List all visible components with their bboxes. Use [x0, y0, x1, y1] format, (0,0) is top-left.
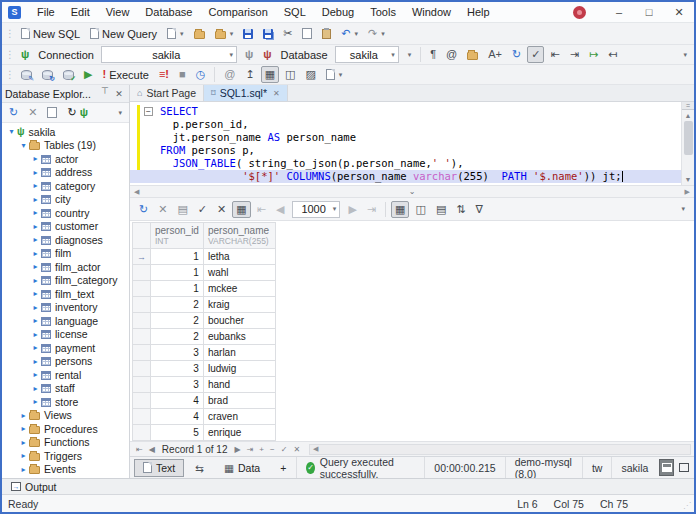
explorer-overflow-button[interactable]: ▾ — [113, 104, 126, 121]
tree-item-license[interactable]: ▸license — [2, 328, 129, 342]
edit-connection-button[interactable] — [17, 66, 36, 83]
filter-button[interactable]: ∇ — [472, 201, 487, 218]
close-button[interactable]: ✕ — [664, 3, 694, 22]
card-view-button[interactable]: ◫ — [411, 201, 429, 218]
expand-icon[interactable]: ▸ — [30, 195, 41, 204]
current-row-indicator[interactable]: → — [133, 249, 151, 265]
cell-person-name[interactable]: letha — [203, 249, 275, 265]
results-refresh-button[interactable]: ↻ — [135, 201, 152, 218]
swap-views-button[interactable]: ⇆ — [186, 459, 213, 477]
editor-vertical-scrollbar[interactable]: = ▲ ▼ — [681, 102, 694, 185]
expand-icon[interactable]: ▸ — [30, 181, 41, 190]
menu-tools[interactable]: Tools — [362, 4, 404, 20]
scroll-left-icon[interactable]: ◀ — [130, 188, 143, 196]
split-none-button[interactable] — [676, 459, 691, 476]
row-gutter[interactable] — [133, 393, 151, 409]
row-gutter[interactable] — [133, 265, 151, 281]
comment-lines-button[interactable]: ↦ — [585, 46, 602, 63]
paging-toggle-button[interactable]: ▦ — [232, 201, 250, 218]
cell-person-name[interactable]: brad — [203, 393, 275, 409]
grid-corner[interactable] — [133, 223, 151, 249]
table-row[interactable]: 3ludwig — [133, 361, 276, 377]
grid-horizontal-scrollbar[interactable]: ◀ — [309, 444, 691, 455]
cell-person-name[interactable]: harlan — [203, 345, 275, 361]
expand-icon[interactable]: ▸ — [30, 235, 41, 244]
run-button[interactable]: ▶ — [80, 66, 96, 83]
table-row[interactable]: 2boucher — [133, 313, 276, 329]
tree-item-film[interactable]: ▸film — [2, 247, 129, 261]
cut-button[interactable]: ✂ — [279, 25, 296, 42]
row-gutter[interactable] — [133, 409, 151, 425]
menu-edit[interactable]: Edit — [63, 4, 98, 20]
panel-pin-button[interactable] — [98, 88, 112, 100]
cell-person-id[interactable]: 5 — [151, 425, 204, 441]
expand-icon[interactable]: ▸ — [18, 411, 29, 420]
expand-icon[interactable]: ▸ — [30, 262, 41, 271]
query-builder-button[interactable]: ◫ — [281, 66, 299, 83]
expand-icon[interactable]: ▸ — [30, 330, 41, 339]
resize-grip-icon[interactable]: ⋰ — [683, 501, 691, 510]
table-row[interactable]: →1letha — [133, 249, 276, 265]
expand-icon[interactable]: ▸ — [30, 316, 41, 325]
tab-data[interactable]: ▦ Data — [215, 459, 269, 477]
to-uppercase-button[interactable]: A+ — [484, 46, 506, 63]
code-line-3[interactable]: jt.person_name AS person_name — [130, 131, 681, 144]
database-dropdown-button[interactable]: ▾ — [403, 46, 416, 63]
tree-item-store[interactable]: ▸store — [2, 395, 129, 409]
new-document-button[interactable]: ▾ — [163, 25, 188, 42]
cell-person-id[interactable]: 3 — [151, 361, 204, 377]
expand-icon[interactable]: ▸ — [30, 370, 41, 379]
expand-icon[interactable]: ▸ — [30, 208, 41, 217]
tree-item-views[interactable]: ▸Views — [2, 409, 129, 423]
results-grid[interactable]: person_idINTperson_nameVARCHAR(255)→1let… — [132, 222, 276, 441]
row-gutter[interactable] — [133, 313, 151, 329]
collapse-icon[interactable]: ▾ — [18, 141, 29, 150]
connection-select[interactable]: sakila▾ — [101, 46, 237, 63]
record-commit-button[interactable]: ✓ — [278, 445, 291, 454]
open-recent-button[interactable]: ▾ — [211, 25, 238, 42]
cell-person-id[interactable]: 2 — [151, 297, 204, 313]
table-row[interactable]: 2kraig — [133, 297, 276, 313]
record-prev-button[interactable]: ◀ — [146, 445, 158, 454]
code-line-2[interactable]: p.person_id, — [130, 118, 681, 131]
new-sql-button[interactable]: New SQL — [17, 25, 84, 42]
uncomment-lines-button[interactable]: ↤ — [604, 46, 621, 63]
cell-person-id[interactable]: 4 — [151, 409, 204, 425]
code-line-1[interactable]: SELECT — [130, 105, 681, 118]
new-query-button[interactable]: New Query — [86, 25, 161, 42]
explorer-duplicate-button[interactable] — [43, 104, 61, 121]
redo-button[interactable]: ↷▾ — [364, 25, 389, 42]
tree-item-language[interactable]: ▸language — [2, 314, 129, 328]
cell-person-id[interactable]: 1 — [151, 249, 204, 265]
cell-person-name[interactable]: eubanks — [203, 329, 275, 345]
explorer-delete-button[interactable]: ✕ — [24, 104, 41, 121]
page-last-button[interactable]: ⇥ — [363, 201, 380, 218]
tree-item-inventory[interactable]: ▸inventory — [2, 301, 129, 315]
cell-person-name[interactable]: wahl — [203, 265, 275, 281]
results-overflow-button[interactable]: ▾ — [676, 201, 689, 218]
copy-button[interactable] — [298, 25, 316, 42]
tab-start-page[interactable]: ⌂Start Page — [130, 85, 204, 101]
tree-item-tables-19-[interactable]: ▾Tables (19) — [2, 139, 129, 153]
fold-toggle[interactable]: − — [144, 107, 153, 116]
page-prev-button[interactable]: ◀ — [272, 201, 288, 218]
query-history-button[interactable]: ◷ — [192, 66, 210, 83]
undo-button[interactable]: ↶▾ — [337, 25, 362, 42]
cell-person-id[interactable]: 2 — [151, 313, 204, 329]
record-delete-button[interactable]: − — [267, 445, 278, 454]
tree-item-rental[interactable]: ▸rental — [2, 368, 129, 382]
toolbar-grip[interactable]: ⋮ — [5, 49, 13, 60]
tree-item-customer[interactable]: ▸customer — [2, 220, 129, 234]
expand-icon[interactable]: ▸ — [18, 465, 29, 474]
record-first-button[interactable]: ⇤ — [133, 445, 146, 454]
row-gutter[interactable] — [133, 361, 151, 377]
collapse-pane-icon[interactable]: ⌄ — [409, 187, 416, 196]
expand-icon[interactable]: ▸ — [18, 438, 29, 447]
decrease-indent-button[interactable]: ⇤ — [546, 46, 563, 63]
tree-item-address[interactable]: ▸address — [2, 166, 129, 180]
tree-item-payment[interactable]: ▸payment — [2, 341, 129, 355]
editor-horizontal-scrollbar[interactable]: ◀ ⌄ ▶ — [130, 186, 694, 198]
code-line-6[interactable]: '$[*]' COLUMNS(person_name varchar(255) … — [130, 170, 681, 183]
expand-icon[interactable]: ▸ — [30, 289, 41, 298]
stop-button[interactable]: ■ — [175, 66, 190, 83]
